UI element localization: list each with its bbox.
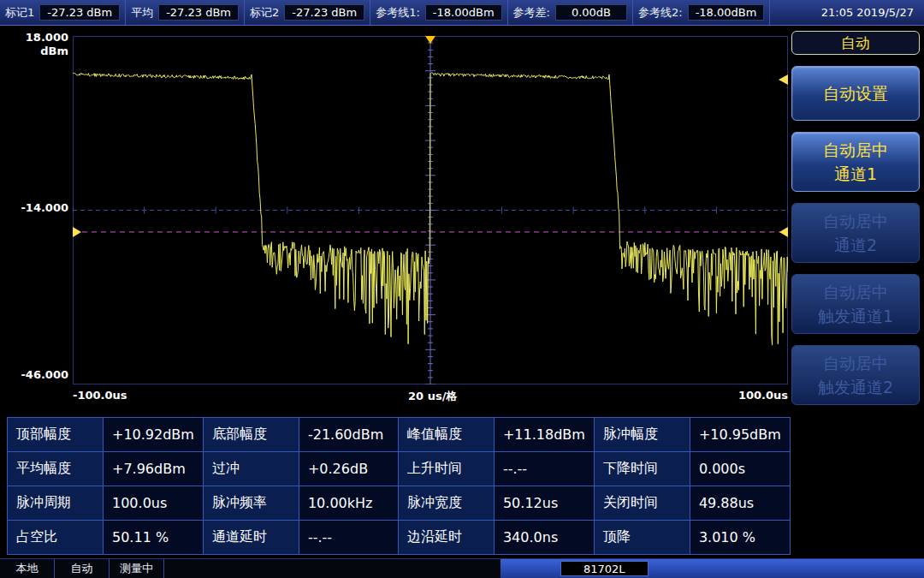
marker2-label: 标记2 xyxy=(250,5,279,21)
reference-line-right-arrow-icon xyxy=(779,227,788,237)
softkey-autocenter-ch1[interactable]: 自动居中 通道1 xyxy=(791,132,920,192)
meas-value: 49.88us xyxy=(690,486,790,521)
y-axis-bottom-label: -46.000 xyxy=(0,368,68,381)
marker1-label: 标记1 xyxy=(5,5,34,21)
meas-value: 100.0us xyxy=(104,486,204,521)
trigger-marker-icon[interactable] xyxy=(425,36,435,44)
average-value: -27.23 dBm xyxy=(158,4,239,21)
meas-label: 上升时间 xyxy=(398,452,494,486)
status-auto: 自动 xyxy=(55,559,110,578)
meas-label: 关闭时间 xyxy=(594,486,690,521)
meas-label: 脉冲频率 xyxy=(203,486,299,521)
refline1-label: 参考线1: xyxy=(376,5,420,21)
meas-value: 340.0ns xyxy=(494,521,594,555)
status-local: 本地 xyxy=(0,559,55,578)
meas-value: +7.96dBm xyxy=(104,452,204,486)
table-row: 顶部幅度 +10.92dBm 底部幅度 -21.60dBm 峰值幅度 +11.1… xyxy=(8,418,791,452)
table-row: 脉冲周期 100.0us 脉冲频率 10.00kHz 脉冲宽度 50.12us … xyxy=(8,486,791,521)
x-axis-labels: -100.0us 20 us/格 100.0us xyxy=(73,389,788,404)
refline2-label: 参考线2: xyxy=(638,5,683,21)
refdiff-readout: 参考差: 0.00dB xyxy=(508,0,633,25)
meas-value: --.-- xyxy=(299,521,398,555)
level-marker-arrow-icon xyxy=(779,74,788,85)
x-axis-right-label: 100.0us xyxy=(738,389,788,404)
meas-value: +11.18dBm xyxy=(494,418,594,452)
softkey-autocenter-ch2[interactable]: 自动居中 通道2 xyxy=(791,203,920,263)
measurement-table: 顶部幅度 +10.92dBm 底部幅度 -21.60dBm 峰值幅度 +11.1… xyxy=(7,417,791,555)
waveform-canvas[interactable] xyxy=(73,36,788,384)
refline1-readout: 参考线1: -18.00dBm xyxy=(370,0,507,25)
average-label: 平均 xyxy=(131,5,153,21)
status-blue-bar: 81702L xyxy=(500,559,924,578)
meas-value: 3.010 % xyxy=(690,521,790,555)
meas-value: 50.11 % xyxy=(104,521,204,555)
model-badge: 81702L xyxy=(560,561,649,576)
softkey-autocenter-trigch1[interactable]: 自动居中 触发通道1 xyxy=(791,274,920,334)
meas-label: 平均幅度 xyxy=(8,452,104,486)
statusbar: 本地 自动 测量中 81702L xyxy=(0,558,924,578)
marker1-value: -27.23 dBm xyxy=(39,4,120,21)
y-axis-mid-label: -14.000 xyxy=(0,201,68,214)
plot-region: 18.000 dBm -14.000 -46.000 -100.0us 20 u… xyxy=(0,26,791,416)
meas-value: +0.26dB xyxy=(299,452,398,486)
meas-value: 10.00kHz xyxy=(299,486,398,521)
meas-value: 0.000s xyxy=(690,452,790,486)
topbar: 标记1 -27.23 dBm 平均 -27.23 dBm 标记2 -27.23 … xyxy=(0,0,924,26)
meas-label: 脉冲宽度 xyxy=(398,486,494,521)
refdiff-label: 参考差: xyxy=(513,5,550,21)
meas-value: +10.92dBm xyxy=(104,418,204,452)
reference-line-left-arrow-icon xyxy=(73,227,81,237)
meas-label: 脉冲周期 xyxy=(8,486,104,521)
meas-value: 50.12us xyxy=(494,486,594,521)
meas-label: 占空比 xyxy=(8,521,104,555)
average-readout: 平均 -27.23 dBm xyxy=(126,0,245,25)
table-row: 占空比 50.11 % 通道延时 --.-- 边沿延时 340.0ns 顶降 3… xyxy=(8,521,791,555)
marker2-readout: 标记2 -27.23 dBm xyxy=(245,0,370,25)
meas-label: 底部幅度 xyxy=(203,418,299,452)
marker1-readout: 标记1 -27.23 dBm xyxy=(0,0,126,25)
refdiff-value: 0.00dB xyxy=(555,4,627,21)
meas-value: --.-- xyxy=(494,452,594,486)
softkey-auto[interactable]: 自动 xyxy=(791,31,920,55)
y-axis-top-label: 18.000 xyxy=(0,31,68,44)
meas-label: 边沿延时 xyxy=(398,521,494,555)
y-axis-unit-label: dBm xyxy=(0,45,68,57)
x-axis-scale-label: 20 us/格 xyxy=(408,389,457,404)
clock: 21:05 2019/5/27 xyxy=(811,6,924,19)
meas-value: -21.60dBm xyxy=(299,418,398,452)
meas-label: 下降时间 xyxy=(594,452,690,486)
x-axis-left-label: -100.0us xyxy=(73,389,127,404)
softkey-autocenter-trigch2[interactable]: 自动居中 触发通道2 xyxy=(791,345,920,405)
meas-label: 过冲 xyxy=(203,452,299,486)
meas-label: 峰值幅度 xyxy=(398,418,494,452)
marker2-value: -27.23 dBm xyxy=(284,4,364,21)
meas-label: 脉冲幅度 xyxy=(594,418,690,452)
refline1-value: -18.00dBm xyxy=(425,4,502,21)
refline2-readout: 参考线2: -18.00dBm xyxy=(633,0,770,25)
meas-label: 通道延时 xyxy=(203,521,299,555)
softkey-panel: 自动 自动设置 自动居中 通道1 自动居中 通道2 自动居中 触发通道1 自动居… xyxy=(791,31,920,405)
softkey-auto-setup[interactable]: 自动设置 xyxy=(791,66,920,121)
status-measuring: 测量中 xyxy=(110,559,164,578)
table-row: 平均幅度 +7.96dBm 过冲 +0.26dB 上升时间 --.-- 下降时间… xyxy=(8,452,791,486)
meas-label: 顶部幅度 xyxy=(8,418,104,452)
meas-value: +10.95dBm xyxy=(690,418,790,452)
meas-label: 顶降 xyxy=(594,521,690,555)
refline2-value: -18.00dBm xyxy=(688,4,765,21)
